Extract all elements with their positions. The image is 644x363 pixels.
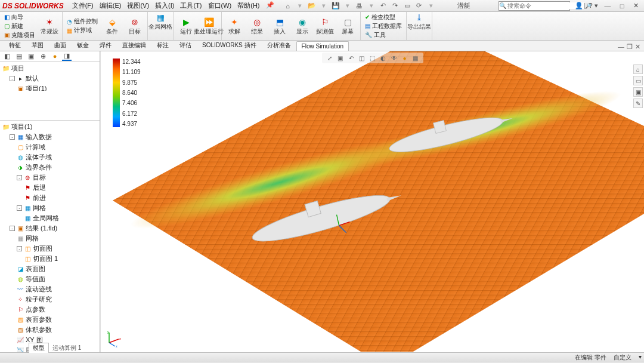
menu-edit[interactable]: 编辑(E): [97, 0, 124, 11]
tree-point-param[interactable]: ⚐点参数: [2, 304, 97, 315]
view-orient-icon[interactable]: ⬚: [369, 54, 377, 62]
redo-icon[interactable]: ↷: [391, 2, 400, 10]
home-icon[interactable]: ⌂: [284, 2, 292, 10]
tree-flow-traj[interactable]: 〰流动迹线: [2, 284, 97, 294]
general-settings-button[interactable]: ✶常规设: [39, 12, 60, 40]
tab-weldment[interactable]: 焊件: [94, 39, 117, 51]
tab-flow-simulation[interactable]: Flow Simulation: [296, 41, 349, 51]
menu-pin-icon[interactable]: 📌: [264, 0, 277, 11]
new-button[interactable]: ▢新建: [4, 22, 35, 30]
3d-viewport[interactable]: ⤢ ▣ ↶ ◫ ⬚ ◐ 👁 ● ▦ 12.344 11.109 9.875 8.…: [100, 51, 644, 352]
camera-icon[interactable]: ▣: [633, 87, 643, 97]
tree-input-data[interactable]: -▦输入数据: [2, 132, 97, 142]
help-icon[interactable]: ? ▾: [588, 2, 599, 10]
show-button[interactable]: ◉显示: [292, 12, 312, 40]
result-button[interactable]: ◎结果: [247, 12, 267, 40]
hide-show-icon[interactable]: 👁: [390, 54, 398, 62]
tree-fluid-sub[interactable]: ◍流体子域: [2, 152, 97, 162]
export-result-button[interactable]: ⤓导出结果: [409, 12, 429, 31]
menu-help[interactable]: 帮助(H): [235, 0, 262, 11]
tab-sketch[interactable]: 草图: [26, 39, 49, 51]
tree-project1[interactable]: ▣项目(1): [2, 84, 97, 91]
wizard-button[interactable]: ◧向导: [4, 13, 35, 21]
tree-surf-param[interactable]: ▧表面参数: [2, 315, 97, 325]
tree-iso[interactable]: ◍等值面: [2, 274, 97, 284]
tree-particle[interactable]: ⁘粒子研究: [2, 294, 97, 304]
calc-domain-button[interactable]: ▦计算域: [67, 26, 98, 35]
tree-vol-param[interactable]: ▨体积参数: [2, 325, 97, 335]
check-model-button[interactable]: ✔检查模型: [365, 13, 402, 21]
print-icon[interactable]: 🖶: [355, 2, 364, 10]
doc-restore-icon[interactable]: ❐: [627, 43, 633, 51]
status-custom[interactable]: 自定义: [614, 353, 631, 362]
menu-file[interactable]: 文件(F): [70, 0, 96, 11]
tree-result[interactable]: -▣结果 (1.fld): [2, 223, 97, 233]
doc-minimize-icon[interactable]: —: [618, 43, 624, 51]
panel-tab-property-icon[interactable]: ▤: [14, 51, 24, 61]
menu-view[interactable]: 视图(V): [125, 0, 151, 11]
rebuild-icon[interactable]: ⟳: [415, 2, 423, 10]
tree-result-mesh[interactable]: ▦网格: [2, 233, 97, 244]
status-unit-icon[interactable]: ▾: [639, 353, 642, 362]
global-mesh-button[interactable]: ▦全局网格: [150, 12, 171, 31]
menu-window[interactable]: 窗口(W): [206, 0, 234, 11]
batch-run-button[interactable]: ⏩批处理运行: [199, 12, 219, 40]
ortho-icon[interactable]: ▭: [633, 76, 643, 85]
close-icon[interactable]: ✕: [631, 2, 642, 10]
annotation-icon[interactable]: ✎: [633, 99, 643, 108]
display-style-icon[interactable]: ◐: [379, 54, 388, 62]
tree-surf-plot[interactable]: ◪表面图: [2, 264, 97, 274]
condition-button[interactable]: ⬙条件: [102, 12, 122, 40]
tab-surface[interactable]: 曲面: [49, 39, 72, 51]
tree-root-project1[interactable]: 📁项目(1): [2, 122, 97, 132]
search-command-box[interactable]: 🔍 🔎: [499, 1, 570, 11]
tree-default[interactable]: -▸默认: [2, 73, 97, 84]
tab-directedit[interactable]: 直接编辑: [117, 39, 151, 51]
save-icon[interactable]: 💾: [332, 2, 340, 10]
insert-button[interactable]: ⬒插入: [270, 12, 290, 40]
tree-goal[interactable]: -⊚目标: [2, 173, 97, 183]
zoom-area-icon[interactable]: ▣: [336, 54, 345, 62]
prev-view-icon[interactable]: ↶: [347, 54, 355, 62]
tab-annotate[interactable]: 标注: [151, 39, 174, 51]
search-input[interactable]: [506, 2, 584, 9]
menu-insert[interactable]: 插入(I): [153, 0, 177, 11]
tree-calc-domain[interactable]: ▢计算域: [2, 142, 97, 152]
tree-mesh[interactable]: -▦网格: [2, 203, 97, 213]
doc-close-icon[interactable]: ✕: [635, 43, 640, 51]
tab-prep[interactable]: 分析准备: [262, 39, 296, 51]
section-icon[interactable]: ◫: [358, 54, 366, 62]
open-icon[interactable]: 📂: [308, 2, 316, 10]
undo-icon[interactable]: ↶: [379, 2, 388, 10]
goal-button[interactable]: ⊚目标: [125, 12, 145, 40]
panel-tab-feature-tree-icon[interactable]: ◧: [2, 51, 12, 61]
clone-button[interactable]: ▣克隆项目: [4, 31, 35, 39]
bottom-tab-model[interactable]: 模型: [29, 343, 49, 353]
bottom-tab-motion[interactable]: 运动算例 1: [49, 343, 85, 353]
panel-tab-dim-icon[interactable]: ⊕: [38, 51, 48, 61]
solve-button[interactable]: ✦求解: [224, 12, 244, 40]
panel-tab-flow-icon[interactable]: ◨: [62, 51, 72, 61]
tab-sheetmetal[interactable]: 钣金: [72, 39, 94, 51]
probe-button[interactable]: ⚐探测值: [315, 12, 335, 40]
minimize-icon[interactable]: —: [602, 2, 613, 10]
tree-back[interactable]: ⚑后退: [2, 183, 97, 193]
screen-button[interactable]: ▢屏幕: [338, 12, 358, 40]
tree-bc[interactable]: ⬗边界条件: [2, 162, 97, 173]
tab-evaluate[interactable]: 评估: [174, 39, 197, 51]
home-view-icon[interactable]: ⌂: [633, 64, 643, 74]
zoom-fit-icon[interactable]: ⤢: [326, 54, 334, 62]
tab-addin[interactable]: SOLIDWORKS 插件: [197, 39, 262, 51]
user-icon[interactable]: 👤: [574, 2, 584, 10]
select-icon[interactable]: ▭: [403, 2, 411, 10]
scene-icon[interactable]: ▦: [411, 54, 420, 62]
panel-tab-config-icon[interactable]: ▣: [26, 51, 36, 61]
tree-forward[interactable]: ⚑前进: [2, 193, 97, 203]
tab-feature[interactable]: 特征: [4, 39, 26, 51]
appearance-icon[interactable]: ●: [401, 54, 409, 62]
eng-db-button[interactable]: ▤工程数据库: [365, 22, 402, 30]
menu-tools[interactable]: 工具(T): [178, 0, 204, 11]
orientation-triad[interactable]: x y z: [104, 330, 122, 347]
tree-cut-plot-1[interactable]: ◫切面图 1: [2, 254, 97, 264]
tree-cut-plot[interactable]: -◫切面图: [2, 244, 97, 254]
